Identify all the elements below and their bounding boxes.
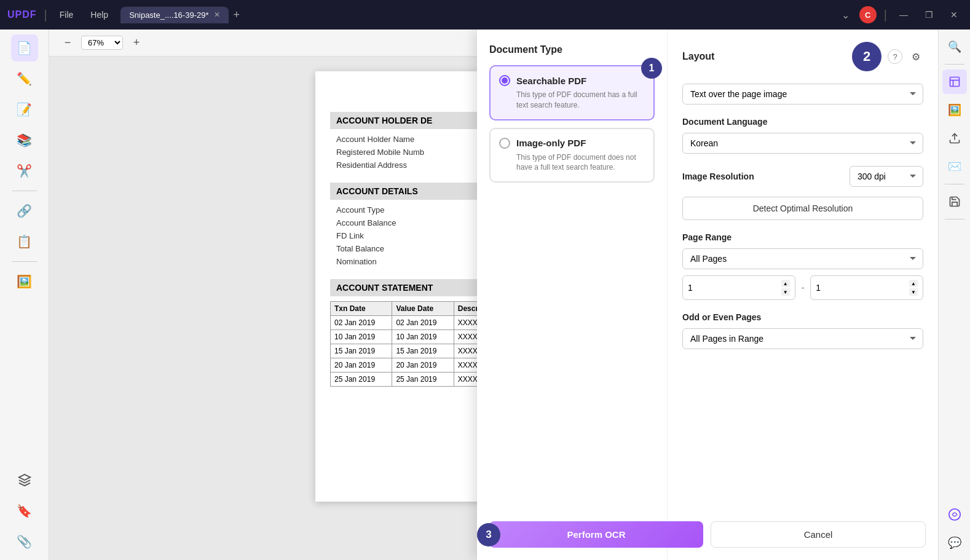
page-from-spinners: ▲ ▼ (781, 280, 790, 296)
menu-help[interactable]: Help (85, 7, 113, 22)
zoom-select[interactable]: 67% 50% 75% 100% (81, 36, 123, 50)
right-icon-ai[interactable] (942, 502, 967, 527)
right-icon-ocr[interactable] (942, 69, 967, 94)
doc-type-title: Document Type (489, 44, 655, 55)
image-only-pdf-header: Image-only PDF (499, 138, 645, 149)
page-range-separator: - (802, 283, 805, 293)
layout-select[interactable]: Text over the page image Text under the … (682, 84, 923, 105)
sidebar-separator-1 (12, 191, 37, 191)
main-area: 📄 ✏️ 📝 📚 ✂️ 🔗 📋 🖼️ 🔖 📎 − 67% 50% 75% 100… (0, 30, 970, 560)
page-to-value: 1 (816, 283, 821, 293)
app-logo: UPDF (7, 9, 37, 20)
right-icon-search[interactable]: 🔍 (942, 34, 967, 59)
language-section: Document Language Korean English Chinese… (682, 117, 923, 154)
gear-icon[interactable]: ⚙ (909, 49, 923, 64)
odd-even-label: Odd or Even Pages (682, 312, 923, 322)
page-to-input: 1 ▲ ▼ (810, 275, 923, 300)
sidebar-icon-crop[interactable]: ✂️ (11, 157, 38, 184)
sidebar-icon-bookmark[interactable]: 🔖 (11, 497, 38, 524)
tab-close-icon[interactable]: ✕ (214, 10, 220, 19)
language-select[interactable]: Korean English Chinese Japanese (682, 133, 923, 154)
zoom-out-button[interactable]: − (59, 34, 76, 52)
searchable-pdf-header: Searchable PDF (499, 75, 645, 86)
image-only-pdf-desc: This type of PDF document does not have … (499, 152, 645, 173)
action-area: 3 Perform OCR Cancel (489, 507, 926, 548)
action-buttons: 3 Perform OCR Cancel (489, 521, 926, 548)
searchable-pdf-desc: This type of PDF document has a full tex… (499, 90, 645, 111)
page-from-down[interactable]: ▼ (781, 288, 790, 296)
svg-point-5 (948, 509, 960, 520)
resolution-select[interactable]: 300 dpi 72 dpi 150 dpi 600 dpi (850, 166, 923, 187)
close-button[interactable]: ✕ (945, 7, 963, 22)
document-type-panel: Document Type Searchable PDF This type o… (477, 30, 668, 560)
sidebar-icon-link[interactable]: 🔗 (11, 197, 38, 224)
new-tab-button[interactable]: + (229, 9, 245, 22)
svg-rect-1 (950, 77, 959, 87)
page-range-select[interactable]: All Pages Current Page Custom Range (682, 248, 923, 269)
titlebar: UPDF | File Help Snipaste_....16-39-29* … (0, 0, 970, 30)
resolution-row: Image Resolution 300 dpi 72 dpi 150 dpi … (682, 166, 923, 187)
doc-type-image-only-pdf[interactable]: Image-only PDF This type of PDF document… (489, 128, 655, 183)
detect-resolution-button[interactable]: Detect Optimal Resolution (682, 197, 923, 220)
layout-section: Text over the page image Text under the … (682, 84, 923, 105)
step1-badge: 1 (641, 58, 662, 79)
searchable-pdf-radio[interactable] (499, 75, 510, 86)
sidebar-icon-clipboard[interactable]: 📋 (11, 228, 38, 255)
right-icon-save[interactable] (942, 189, 967, 214)
avatar[interactable]: C (859, 6, 877, 23)
right-icon-mail[interactable]: ✉️ (942, 154, 967, 179)
help-icon[interactable]: ? (888, 49, 902, 64)
sidebar-icon-edit[interactable]: ✏️ (11, 65, 38, 92)
menu-file[interactable]: File (55, 7, 79, 22)
page-to-spinners: ▲ ▼ (909, 280, 918, 296)
titlebar-actions: ⌄ C | — ❐ ✕ (839, 6, 963, 23)
page-to-down[interactable]: ▼ (909, 288, 918, 296)
image-only-pdf-radio[interactable] (499, 138, 510, 149)
searchable-pdf-name: Searchable PDF (516, 76, 586, 86)
page-to-up[interactable]: ▲ (909, 280, 918, 287)
ocr-panel: Document Type Searchable PDF This type o… (477, 30, 938, 560)
settings-header-icons: 2 ? ⚙ (852, 42, 923, 71)
settings-panel: Layout 2 ? ⚙ Text over the page image Te… (668, 30, 938, 560)
tab-label: Snipaste_....16-39-29* (129, 10, 208, 20)
sidebar-icon-attachment[interactable]: 📎 (11, 528, 38, 555)
language-label: Document Language (682, 117, 923, 127)
page-range-label: Page Range (682, 232, 923, 242)
minimize-button[interactable]: — (894, 7, 913, 22)
layout-title: Layout (682, 51, 714, 62)
sidebar-icon-layers[interactable] (11, 467, 38, 494)
sidebar-icon-pages[interactable]: 📚 (11, 127, 38, 154)
page-from-value: 1 (688, 283, 693, 293)
pdf-area: − 67% 50% 75% 100% + BA ACCOUNT HOLDER D… (49, 30, 938, 560)
right-icon-image[interactable]: 🖼️ (942, 98, 967, 122)
step2-badge: 2 (852, 42, 881, 71)
page-from-input: 1 ▲ ▼ (682, 275, 795, 300)
cancel-button[interactable]: Cancel (711, 521, 926, 548)
titlebar-separator: | (44, 8, 47, 22)
page-range-section: Page Range All Pages Current Page Custom… (682, 232, 923, 300)
sidebar-icon-image[interactable]: 🖼️ (11, 268, 38, 295)
image-only-pdf-name: Image-only PDF (516, 138, 586, 148)
right-sidebar-sep-1 (945, 64, 964, 65)
page-from-up[interactable]: ▲ (781, 280, 790, 287)
right-sidebar: 🔍 🖼️ ✉️ 💬 (938, 30, 970, 560)
svg-marker-0 (18, 475, 30, 480)
perform-ocr-button[interactable]: Perform OCR (489, 521, 703, 548)
active-tab[interactable]: Snipaste_....16-39-29* ✕ (120, 7, 228, 23)
tab-bar: Snipaste_....16-39-29* ✕ + (120, 7, 832, 23)
odd-even-select[interactable]: All Pages in Range Odd Pages Only Even P… (682, 328, 923, 349)
sidebar-separator-2 (12, 261, 37, 262)
right-icon-export[interactable] (942, 126, 967, 151)
left-sidebar: 📄 ✏️ 📝 📚 ✂️ 🔗 📋 🖼️ 🔖 📎 (0, 30, 49, 560)
right-sidebar-sep-3 (945, 219, 964, 219)
sidebar-icon-annotate[interactable]: 📝 (11, 96, 38, 123)
chevron-down-icon[interactable]: ⌄ (839, 7, 852, 23)
sidebar-icon-document[interactable]: 📄 (11, 34, 38, 61)
odd-even-section: Odd or Even Pages All Pages in Range Odd… (682, 312, 923, 349)
page-range-inputs: 1 ▲ ▼ - 1 ▲ ▼ (682, 275, 923, 300)
maximize-button[interactable]: ❐ (920, 7, 938, 22)
zoom-in-button[interactable]: + (128, 34, 145, 52)
right-icon-chat[interactable]: 💬 (942, 530, 967, 555)
resolution-label: Image Resolution (682, 172, 754, 181)
doc-type-searchable-pdf[interactable]: Searchable PDF This type of PDF document… (489, 65, 655, 120)
